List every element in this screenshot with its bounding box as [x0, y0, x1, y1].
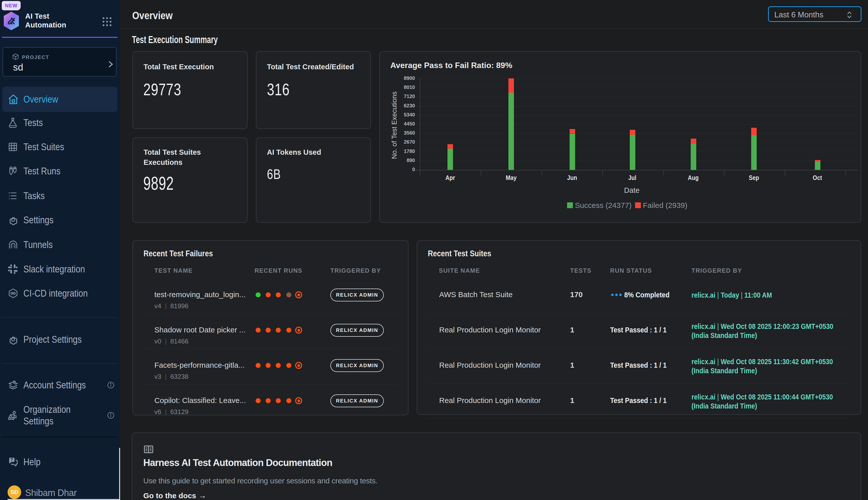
svg-text:?: ? [11, 457, 13, 462]
